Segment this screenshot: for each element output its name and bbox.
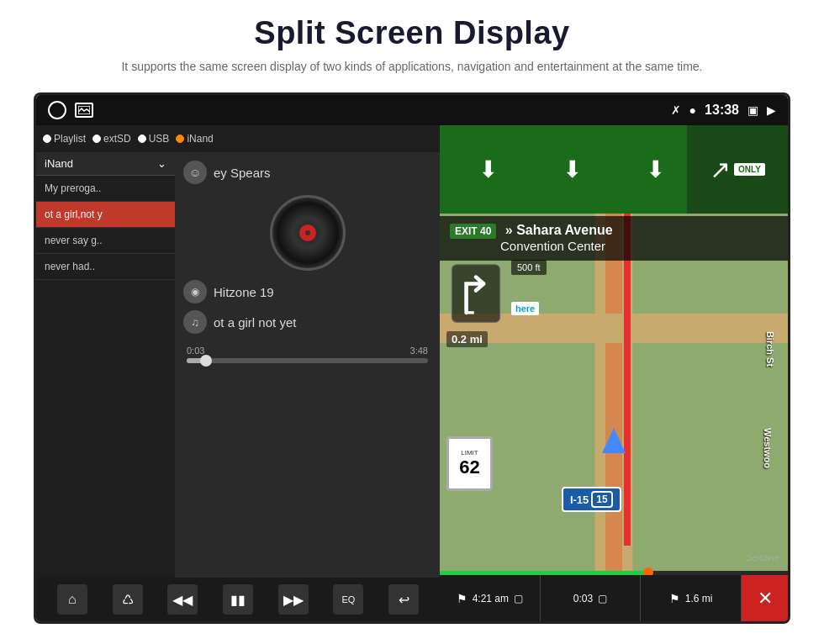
source-tab-usb[interactable]: USB <box>138 133 170 145</box>
status-right: ✗ ● 13:38 ▣ ▶ <box>671 103 776 118</box>
radio-dot-usb <box>138 135 146 143</box>
turn-icon <box>446 260 505 327</box>
split-screen: Playlist extSD USB iNand <box>36 125 788 621</box>
flag-start-icon: ⚑ <box>457 592 467 605</box>
progress-area: 0:03 3:48 <box>183 340 431 368</box>
playlist-sidebar: iNand ⌄ My preroga.. ot a girl,not y nev… <box>36 152 175 578</box>
music-content: iNand ⌄ My preroga.. ot a girl,not y nev… <box>36 152 440 578</box>
current-time: 0:03 <box>187 346 204 356</box>
route-distance: 0.2 mi <box>446 331 488 347</box>
speed-label: LIMIT <box>461 449 478 457</box>
highway-text: I-15 <box>570 494 589 506</box>
vinyl-disc <box>270 195 346 271</box>
nav-map: ⬇ ⬇ ⬇ ⬇ ↗ ONLY EXIT 40 » Sahara Avenue <box>440 125 788 621</box>
album-icon: ◉ <box>183 280 207 304</box>
dist-remaining-value: 1.6 mi <box>685 593 713 604</box>
source-tab-extsd[interactable]: extSD <box>92 133 131 145</box>
feet-label: 500 ft <box>517 262 541 272</box>
radio-dot-playlist <box>43 135 51 143</box>
player-right: ☺ ey Spears ◉ Hitzone 19 <box>175 152 440 578</box>
bluetooth-icon: ✗ <box>671 103 681 117</box>
only-badge: ONLY <box>734 163 765 176</box>
arrow-down-2: ⬇ <box>563 156 582 183</box>
artist-icon: ☺ <box>183 161 207 184</box>
playlist-title: iNand <box>45 157 73 170</box>
page-subtitle: It supports the same screen display of t… <box>0 58 824 76</box>
nav-eta: ⚑ 4:21 am ▢ <box>440 575 541 621</box>
highway-shield: 15 <box>591 491 612 508</box>
next-button[interactable]: ▶▶ <box>278 584 309 615</box>
speed-value: 62 <box>459 457 479 478</box>
source-tab-inand[interactable]: iNand <box>176 133 213 145</box>
home-circle-icon <box>48 101 66 119</box>
playlist-item-0[interactable]: My preroga.. <box>36 176 175 202</box>
track-name: ot a girl not yet <box>214 315 296 330</box>
flag-end-icon: ⚑ <box>669 592 680 605</box>
source-label-usb: USB <box>149 133 170 145</box>
here-label: here <box>515 304 535 314</box>
vinyl-center <box>299 224 316 241</box>
here-logo: here <box>511 302 539 315</box>
playlist-chevron-icon: ⌄ <box>157 157 166 170</box>
time-remaining-value: 0:03 <box>573 593 593 604</box>
home-button[interactable]: ⌂ <box>57 584 87 615</box>
page-header: Split Screen Display It supports the sam… <box>0 0 824 84</box>
page-title: Split Screen Display <box>0 15 824 51</box>
device-frame: ✗ ● 13:38 ▣ ▶ Playlist extSD <box>34 92 790 624</box>
distance-badge: 500 ft <box>511 260 547 275</box>
nav-top-right: ↗ ONLY <box>687 125 788 214</box>
radio-dot-inand <box>176 135 184 143</box>
playlist-item-1[interactable]: ot a girl,not y <box>36 202 175 228</box>
prev-button[interactable]: ◀◀ <box>167 584 198 615</box>
location-icon: ● <box>689 103 696 117</box>
total-time: 3:48 <box>410 346 428 356</box>
progress-track[interactable] <box>187 358 428 363</box>
vinyl-inner-dot <box>305 230 310 235</box>
watermark: Seicane <box>746 552 779 562</box>
back-icon: ▶ <box>767 103 776 117</box>
source-tabs: Playlist extSD USB iNand <box>36 125 440 152</box>
repeat-button[interactable]: ♺ <box>113 584 143 615</box>
progress-times: 0:03 3:48 <box>187 346 428 356</box>
source-tab-playlist[interactable]: Playlist <box>43 133 86 145</box>
exit-street-line1: » Sahara Avenue <box>505 223 613 237</box>
nav-remaining-time: 0:03 ▢ <box>541 575 642 621</box>
album-row: ◉ Hitzone 19 <box>183 280 431 304</box>
player-controls: ⌂ ♺ ◀◀ ▮▮ ▶▶ EQ ↩ <box>36 578 440 621</box>
arrow-down-3: ⬇ <box>646 156 665 183</box>
artist-name: ey Spears <box>214 166 271 180</box>
nav-close-button[interactable]: ✕ <box>742 575 788 621</box>
status-time: 13:38 <box>705 103 739 118</box>
music-panel: Playlist extSD USB iNand <box>36 125 440 621</box>
highway-sign: I-15 15 <box>562 487 621 512</box>
exit-badge: EXIT 40 <box>450 224 496 239</box>
eta-value: 4:21 am <box>473 593 509 604</box>
nav-car-indicator <box>602 428 626 453</box>
road-label-westwood: Westwoo <box>763 428 773 468</box>
progress-thumb[interactable] <box>200 355 212 367</box>
source-label-extsd: extSD <box>103 133 131 145</box>
nav-bottom-bar: ⚑ 4:21 am ▢ 0:03 ▢ ⚑ 1.6 mi ✕ <box>440 575 788 621</box>
arrow-down-1: ⬇ <box>478 156 498 183</box>
nav-panel: ⬇ ⬇ ⬇ ⬇ ↗ ONLY EXIT 40 » Sahara Avenue <box>440 125 788 621</box>
route-dist-value: 0.2 mi <box>452 333 483 346</box>
speed-sign: LIMIT 62 <box>446 436 493 491</box>
clock-icon: ▢ <box>514 593 523 604</box>
nav-remaining-dist: ⚑ 1.6 mi <box>641 575 742 621</box>
refresh-icon: ▢ <box>598 593 607 604</box>
track-icon: ♫ <box>183 310 207 334</box>
playlist-item-2[interactable]: never say g.. <box>36 228 175 254</box>
exit-sign: EXIT 40 » Sahara Avenue Convention Cente… <box>440 216 788 261</box>
back-button[interactable]: ↩ <box>388 584 419 615</box>
status-bar: ✗ ● 13:38 ▣ ▶ <box>36 95 788 125</box>
nav-sign-green: ⬇ ⬇ ⬇ ⬇ ↗ ONLY <box>440 125 788 214</box>
playlist-item-3[interactable]: never had.. <box>36 254 175 280</box>
artist-row: ☺ ey Spears <box>183 161 431 184</box>
eq-button[interactable]: EQ <box>333 584 363 615</box>
album-name: Hitzone 19 <box>214 285 274 299</box>
status-left <box>48 101 93 119</box>
pause-button[interactable]: ▮▮ <box>223 584 253 615</box>
image-icon <box>75 103 93 118</box>
playlist-header: iNand ⌄ <box>36 152 175 176</box>
svg-rect-1 <box>452 265 499 323</box>
